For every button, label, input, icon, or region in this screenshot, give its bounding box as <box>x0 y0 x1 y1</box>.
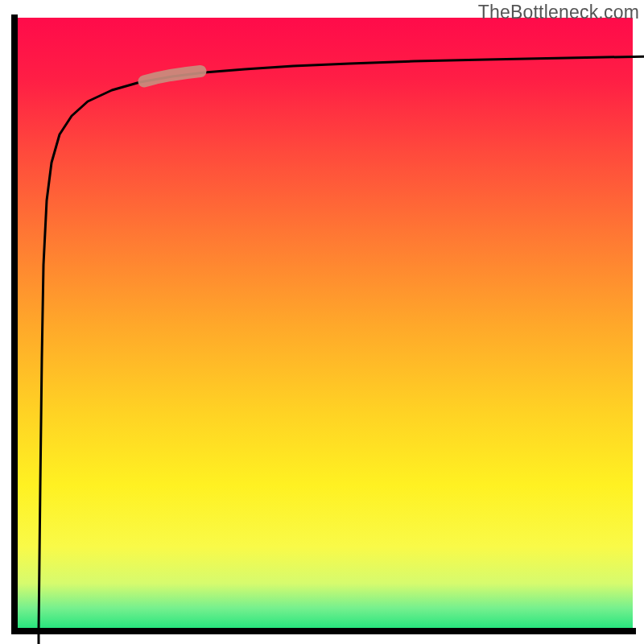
bottleneck-curve <box>39 56 644 644</box>
curve-svg <box>35 35 644 644</box>
y-axis <box>11 14 18 634</box>
plot-area <box>18 18 633 633</box>
highlight-segment <box>144 72 200 82</box>
chart-container: TheBottleneck.com <box>0 0 644 644</box>
watermark-text: TheBottleneck.com <box>478 2 639 23</box>
